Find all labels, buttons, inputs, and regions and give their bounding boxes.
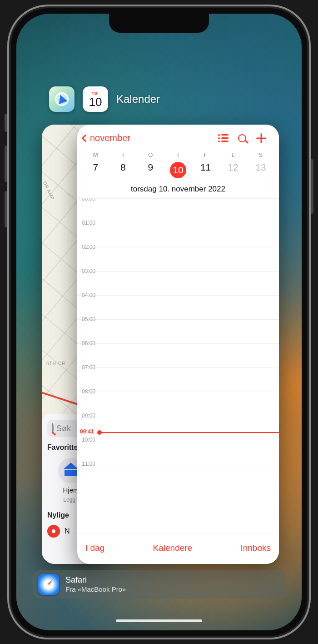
hour-label: 11:00 [82, 461, 95, 467]
hour-label: 03:00 [82, 268, 95, 274]
calendars-button[interactable]: Kalendere [153, 543, 193, 553]
handoff-source: Fra «MacBook Pro» [65, 585, 126, 594]
notch [109, 14, 209, 33]
day-cell[interactable]: 10 [164, 160, 192, 180]
hour-row: 04:00 [77, 295, 279, 319]
hour-row: 00:00 [77, 199, 279, 223]
hour-row: 02:00 [77, 247, 279, 271]
recent-item-label: N [65, 527, 70, 535]
favorite-sub: Legg t [63, 497, 78, 503]
hour-label: 00:00 [82, 198, 95, 202]
back-label: november [90, 133, 130, 143]
inbox-button[interactable]: Innboks [240, 543, 271, 553]
weekday-label: M [82, 151, 109, 158]
side-button[interactable] [311, 159, 313, 214]
road-label: 6TH CR [46, 361, 65, 366]
hour-row: 07:00 [77, 367, 279, 392]
active-app-title: Kalender [116, 93, 160, 106]
weekday-label: F [192, 151, 219, 158]
hour-row: 03:00 [77, 271, 279, 295]
weekday-label: O [137, 151, 164, 158]
hour-label: 01:00 [82, 220, 95, 226]
calendar-app-icon[interactable]: tor. 10 [83, 86, 108, 112]
day-cell[interactable]: 13 [247, 160, 274, 180]
device-screen: tor. 10 Kalender DR AMP 6TH CR MISSION R… [16, 14, 302, 630]
full-date-label: torsdag 10. november 2022 [77, 185, 279, 198]
home-icon [65, 465, 77, 476]
hour-row: 08:00 [77, 392, 279, 416]
hour-row: 05:00 [77, 319, 279, 343]
hour-label: 06:00 [82, 340, 95, 347]
favorite-name: Hjem [63, 486, 79, 494]
hour-row: 10:00 [77, 440, 279, 464]
weekday-label: T [109, 151, 137, 158]
calendar-header: november [77, 125, 279, 147]
weekday-label: T [164, 151, 192, 158]
handoff-banner[interactable]: Safari Fra «MacBook Pro» [32, 570, 286, 599]
hour-label: 04:00 [82, 292, 95, 298]
day-cell[interactable]: 9 [137, 160, 164, 180]
hour-label: 02:00 [82, 244, 95, 250]
weekday-label: L [219, 151, 247, 158]
calendar-icon-day: 10 [89, 96, 102, 108]
plus-icon [256, 133, 266, 143]
week-days: 78910111213 [77, 160, 279, 185]
hour-row: 01:00 [77, 223, 279, 247]
hour-label: 07:00 [82, 364, 95, 371]
current-time-line [99, 432, 279, 433]
pin-icon [47, 525, 60, 538]
today-button[interactable]: I dag [85, 543, 104, 553]
list-icon [218, 134, 229, 142]
search-icon [52, 424, 54, 433]
hour-label: 09:00 [82, 413, 95, 419]
weekday-header: MTOTFLS [77, 147, 279, 160]
search-button[interactable] [233, 134, 252, 142]
hour-label: 10:00 [82, 437, 95, 443]
weekday-label: S [247, 151, 274, 158]
day-cell[interactable]: 7 [82, 160, 109, 180]
hour-label: 05:00 [82, 316, 95, 322]
search-icon [238, 134, 246, 142]
back-button[interactable]: november [83, 133, 130, 143]
calendar-footer: I dag Kalendere Innboks [77, 533, 279, 564]
hour-row: 06:00 [77, 343, 279, 367]
day-schedule[interactable]: 00:0001:0002:0003:0004:0005:0006:0007:00… [77, 198, 279, 489]
hour-row: 11:00 [77, 464, 279, 488]
add-event-button[interactable] [252, 133, 271, 143]
search-placeholder: Søk [56, 424, 71, 433]
maps-app-icon[interactable] [49, 86, 75, 112]
day-cell[interactable]: 12 [219, 160, 247, 180]
safari-icon [38, 574, 59, 595]
list-view-button[interactable] [214, 134, 233, 142]
handoff-app-name: Safari [65, 575, 126, 585]
day-cell[interactable]: 8 [109, 160, 137, 180]
phone-frame: tor. 10 Kalender DR AMP 6TH CR MISSION R… [7, 5, 311, 639]
app-card-calendar[interactable]: november [77, 125, 279, 564]
chevron-left-icon [82, 134, 89, 142]
road-label: DR AMP [42, 181, 55, 201]
day-cell[interactable]: 11 [192, 160, 219, 180]
home-indicator[interactable] [116, 619, 202, 622]
hour-row: 09:00 [77, 416, 279, 440]
hour-label: 08:00 [82, 388, 95, 395]
current-time-label: 09:41 [80, 428, 94, 435]
